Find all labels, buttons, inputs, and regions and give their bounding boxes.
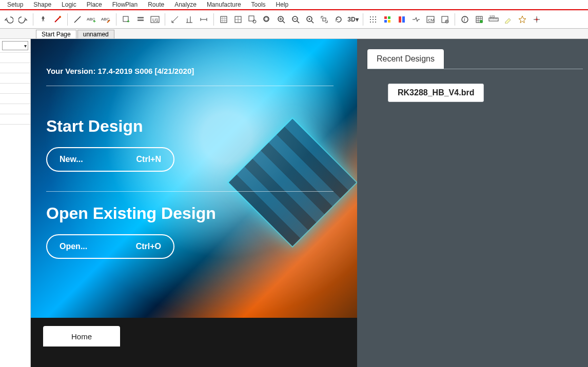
svg-rect-35 xyxy=(384,16,387,19)
zoom-target-icon[interactable] xyxy=(303,13,317,26)
undo-icon[interactable] xyxy=(2,13,15,26)
svg-line-21 xyxy=(297,21,299,23)
refresh-icon[interactable] xyxy=(332,13,345,26)
side-panel-row[interactable] xyxy=(0,114,30,124)
line-icon[interactable] xyxy=(71,13,84,26)
svg-point-32 xyxy=(370,22,371,23)
new-design-button[interactable]: New... Ctrl+N xyxy=(46,147,174,172)
svg-line-24 xyxy=(311,21,313,23)
side-panel-row[interactable] xyxy=(0,52,30,63)
tab-unnamed[interactable]: unnamed xyxy=(77,30,114,38)
svg-point-1 xyxy=(59,16,61,18)
menu-tools[interactable]: Tools xyxy=(246,1,271,8)
menu-setup[interactable]: Setup xyxy=(2,1,28,8)
palette1-icon[interactable] xyxy=(381,13,394,26)
svg-rect-25 xyxy=(323,18,326,21)
start-page-footer: Home xyxy=(31,318,357,367)
menu-bar: Setup Shape Logic Place FlowPlan Route A… xyxy=(0,0,588,9)
open-design-heading: Open Existing Design xyxy=(46,204,342,223)
svg-point-29 xyxy=(370,19,371,20)
label-edit-icon[interactable]: ABC xyxy=(100,13,113,26)
u1-icon[interactable]: U1 xyxy=(148,13,162,26)
svg-rect-12 xyxy=(221,16,227,23)
menu-manufacture[interactable]: Manufacture xyxy=(202,1,246,8)
open-design-button[interactable]: Open... Ctrl+O xyxy=(46,234,174,259)
palette2-icon[interactable] xyxy=(395,13,408,26)
svg-text:+: + xyxy=(127,18,130,24)
svg-point-31 xyxy=(375,19,376,20)
layer-icon[interactable]: CM xyxy=(424,13,437,26)
menu-place[interactable]: Place xyxy=(82,1,107,8)
3d-icon[interactable]: 3D▾ xyxy=(346,13,360,26)
star-icon[interactable] xyxy=(516,13,529,26)
measure-icon[interactable] xyxy=(168,13,182,26)
start-design-heading: Start Design xyxy=(46,117,342,136)
svg-text:i: i xyxy=(464,17,465,23)
open-design-label: Open... xyxy=(60,242,87,251)
label-add-icon[interactable]: ABC+ xyxy=(85,13,99,26)
pin-icon[interactable] xyxy=(36,13,50,26)
main-toolbar: ABC+ ABC + U1 3D▾ CM i 123 xyxy=(0,10,588,29)
home-tab[interactable]: Home xyxy=(43,326,120,346)
ruler-icon[interactable]: 123 xyxy=(487,13,500,26)
grid-dots-icon[interactable] xyxy=(366,13,380,26)
toolbar-separator xyxy=(33,13,33,26)
svg-rect-17 xyxy=(265,17,268,21)
rect-add-icon[interactable]: + xyxy=(120,13,133,26)
menu-flowplan[interactable]: FlowPlan xyxy=(107,1,143,8)
svg-point-48 xyxy=(480,20,483,23)
align-icon[interactable] xyxy=(183,13,196,26)
recent-design-item[interactable]: RK3288_HB_V4.brd xyxy=(388,84,484,102)
layer-opts-icon[interactable] xyxy=(438,13,452,26)
highlight-icon[interactable] xyxy=(501,13,515,26)
side-panel-row[interactable] xyxy=(0,83,30,93)
recent-designs-tab[interactable]: Recent Designs xyxy=(367,49,444,69)
svg-point-51 xyxy=(536,18,538,21)
drc-icon[interactable] xyxy=(409,13,423,26)
side-panel-dropdown[interactable]: ▾ xyxy=(2,41,28,50)
side-panel-row[interactable] xyxy=(0,63,30,73)
grid1-icon[interactable] xyxy=(217,13,230,26)
toolbar-separator xyxy=(213,13,214,26)
side-panel: ▾ xyxy=(0,39,31,367)
stack-icon[interactable] xyxy=(134,13,147,26)
new-design-shortcut: Ctrl+N xyxy=(136,155,161,164)
menu-shape[interactable]: Shape xyxy=(28,1,56,8)
zoom-in-icon[interactable] xyxy=(275,13,288,26)
svg-point-15 xyxy=(253,20,256,23)
menu-analyze[interactable]: Analyze xyxy=(169,1,202,8)
zoom-out-icon[interactable] xyxy=(289,13,302,26)
start-page: Your Version: 17.4-2019 S006 [4/21/2020]… xyxy=(31,39,357,367)
side-panel-row[interactable] xyxy=(0,93,30,104)
menu-logic[interactable]: Logic xyxy=(56,1,82,8)
snap-icon[interactable] xyxy=(530,13,543,26)
zoom-selection-icon[interactable] xyxy=(318,13,331,26)
svg-point-30 xyxy=(373,19,374,20)
toolbar-separator xyxy=(363,13,363,26)
toolbar-separator xyxy=(455,13,455,26)
zoom-fit-icon[interactable] xyxy=(260,13,273,26)
redo-icon[interactable] xyxy=(16,13,30,26)
svg-text:123: 123 xyxy=(489,15,495,18)
divider xyxy=(46,191,334,192)
spreadsheet-icon[interactable] xyxy=(473,13,486,26)
document-tab-bar: Start Page unnamed xyxy=(0,29,588,39)
side-panel-row[interactable] xyxy=(0,104,30,114)
svg-point-27 xyxy=(373,16,374,17)
grid-zoom-icon[interactable] xyxy=(246,13,259,26)
grid2-icon[interactable] xyxy=(231,13,245,26)
tab-start-page[interactable]: Start Page xyxy=(36,30,76,38)
svg-point-28 xyxy=(375,16,376,17)
info-icon[interactable]: i xyxy=(458,13,472,26)
svg-point-26 xyxy=(370,16,371,17)
svg-rect-9 xyxy=(138,19,144,21)
wand-icon[interactable] xyxy=(51,13,64,26)
side-panel-row[interactable] xyxy=(0,124,30,134)
menu-help[interactable]: Help xyxy=(271,1,294,8)
side-panel-row[interactable] xyxy=(0,73,30,83)
new-design-label: New... xyxy=(60,155,83,164)
toolbar-separator xyxy=(67,13,68,26)
menu-route[interactable]: Route xyxy=(143,1,169,8)
dimension-icon[interactable] xyxy=(197,13,210,26)
svg-rect-37 xyxy=(384,20,387,23)
